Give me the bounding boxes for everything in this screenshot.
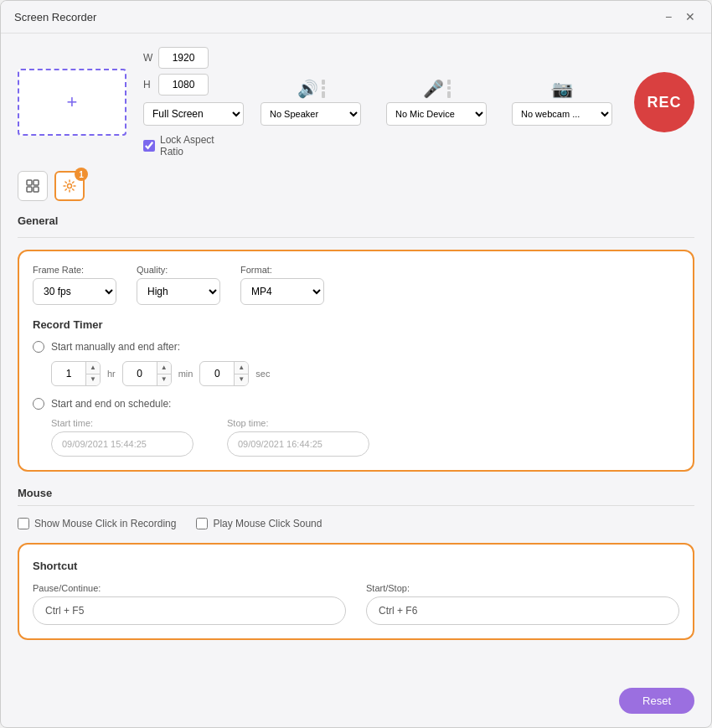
width-input[interactable]	[158, 47, 209, 69]
layout-button[interactable]	[18, 171, 48, 201]
stop-time-input[interactable]	[227, 431, 369, 457]
general-panel: Frame Rate: 30 fps 15 fps 20 fps 24 fps …	[18, 250, 694, 472]
frame-rate-label: Frame Rate:	[33, 265, 116, 275]
quality-group: Quality: High Low Medium	[137, 265, 220, 305]
general-header: General	[18, 214, 694, 237]
manual-radio[interactable]	[33, 341, 44, 353]
screen-select[interactable]: Full Screen	[143, 102, 244, 126]
width-label: W	[143, 52, 153, 64]
svg-rect-1	[34, 180, 39, 185]
schedule-radio-row: Start and end on schedule:	[33, 398, 679, 410]
manual-label: Start manually and end after:	[51, 341, 180, 353]
shortcut-title: Shortcut	[33, 560, 77, 572]
quality-select[interactable]: High Low Medium	[137, 278, 220, 305]
min-spinners: ▲ ▼	[157, 362, 171, 385]
bar1	[447, 80, 451, 85]
svg-rect-2	[27, 187, 32, 192]
shortcut-spacer	[33, 573, 679, 583]
reset-button[interactable]: Reset	[619, 688, 694, 714]
frame-rate-select[interactable]: 30 fps 15 fps 20 fps 24 fps 60 fps	[33, 278, 116, 305]
close-button[interactable]: ✕	[683, 9, 698, 24]
height-label: H	[143, 79, 153, 90]
pause-col: Pause/Continue:	[33, 583, 346, 625]
lock-label: Lock AspectRatio	[160, 134, 214, 157]
webcam-icon-row: 📷	[552, 79, 573, 99]
hr-up[interactable]: ▲	[86, 362, 100, 374]
footer: Reset	[1, 679, 711, 727]
schedule-row: Start time: Stop time:	[51, 418, 679, 457]
play-sound-checkbox[interactable]	[196, 518, 208, 529]
settings-icon	[63, 179, 76, 193]
start-time-input[interactable]	[51, 431, 193, 457]
min-up[interactable]: ▲	[157, 362, 171, 374]
app-window: Screen Recorder − ✕ + W H	[0, 0, 712, 728]
width-row: W	[143, 47, 244, 69]
general-divider	[18, 237, 694, 238]
sec-up[interactable]: ▲	[235, 362, 248, 374]
start-stop-label: Start/Stop:	[366, 583, 679, 593]
devices-row: 🔊 No Speaker 🎤	[261, 79, 617, 126]
main-content: + W H Full Screen	[1, 34, 711, 679]
hr-input[interactable]	[52, 368, 85, 379]
sec-down[interactable]: ▼	[235, 374, 248, 386]
min-down[interactable]: ▼	[157, 374, 171, 386]
mouse-title: Mouse	[18, 487, 52, 499]
pause-input[interactable]	[33, 596, 346, 625]
mic-icon-row: 🎤	[423, 79, 451, 99]
mouse-checkbox-row: Show Mouse Click in Recording Play Mouse…	[18, 518, 694, 529]
mic-bars	[447, 80, 451, 98]
screen-select-row: Full Screen	[143, 102, 244, 126]
dimensions-panel: W H Full Screen Lock AspectRatio	[143, 47, 244, 157]
schedule-label: Start and end on schedule:	[51, 398, 171, 410]
minimize-button[interactable]: −	[661, 9, 676, 24]
lock-checkbox[interactable]	[143, 140, 155, 152]
layout-icon	[26, 179, 39, 193]
top-row: + W H Full Screen	[18, 47, 694, 157]
speaker-select[interactable]: No Speaker	[261, 102, 361, 126]
webcam-device: 📷 No webcam ...	[512, 79, 612, 126]
format-label: Format:	[240, 265, 324, 275]
manual-radio-row: Start manually and end after:	[33, 341, 679, 353]
time-row: ▲ ▼ hr ▲ ▼ min	[51, 361, 679, 386]
settings-form-row: Frame Rate: 30 fps 15 fps 20 fps 24 fps …	[33, 265, 679, 305]
stop-time-col: Stop time:	[227, 418, 369, 457]
record-timer-title: Record Timer	[33, 318, 679, 331]
settings-button[interactable]: 1	[54, 171, 85, 201]
window-title: Screen Recorder	[14, 11, 96, 23]
schedule-radio[interactable]	[33, 398, 44, 410]
min-unit: min	[178, 369, 193, 379]
title-bar-left: Screen Recorder	[14, 11, 96, 23]
sec-input-wrapper: ▲ ▼	[199, 361, 249, 386]
title-bar: Screen Recorder − ✕	[1, 1, 711, 34]
hr-unit: hr	[107, 369, 116, 379]
mic-device: 🎤 No Mic Device	[386, 79, 487, 126]
min-input-wrapper: ▲ ▼	[122, 361, 172, 386]
speaker-icon: 🔊	[297, 79, 318, 99]
rec-button[interactable]: REC	[634, 72, 694, 132]
title-bar-controls: − ✕	[661, 9, 698, 24]
mic-select[interactable]: No Mic Device	[386, 102, 487, 126]
webcam-select[interactable]: No webcam ...	[512, 102, 612, 126]
show-click-checkbox[interactable]	[18, 518, 29, 529]
start-time-label: Start time:	[51, 418, 193, 428]
bar2	[447, 86, 451, 90]
settings-badge: 1	[75, 168, 88, 181]
shortcut-row: Pause/Continue: Start/Stop:	[33, 583, 679, 625]
play-sound-label: Play Mouse Click Sound	[213, 518, 322, 529]
sec-input[interactable]	[200, 368, 234, 379]
general-section: General Frame Rate: 30 fps 15 fps 20 fps…	[18, 214, 694, 472]
height-row: H	[143, 74, 244, 96]
min-input[interactable]	[123, 368, 157, 379]
shortcut-panel: Shortcut Pause/Continue: Start/Stop:	[18, 543, 694, 640]
height-input[interactable]	[158, 74, 209, 96]
start-stop-input[interactable]	[366, 596, 679, 625]
capture-area[interactable]: +	[18, 69, 126, 136]
bar3	[447, 91, 451, 98]
svg-rect-3	[34, 187, 39, 192]
hr-spinners: ▲ ▼	[85, 362, 100, 385]
start-stop-col: Start/Stop:	[366, 583, 679, 625]
hr-down[interactable]: ▼	[86, 374, 100, 386]
format-select[interactable]: MP4 MOV AVI GIF	[240, 278, 324, 305]
speaker-icon-row: 🔊	[297, 79, 325, 99]
mic-icon: 🎤	[423, 79, 444, 99]
